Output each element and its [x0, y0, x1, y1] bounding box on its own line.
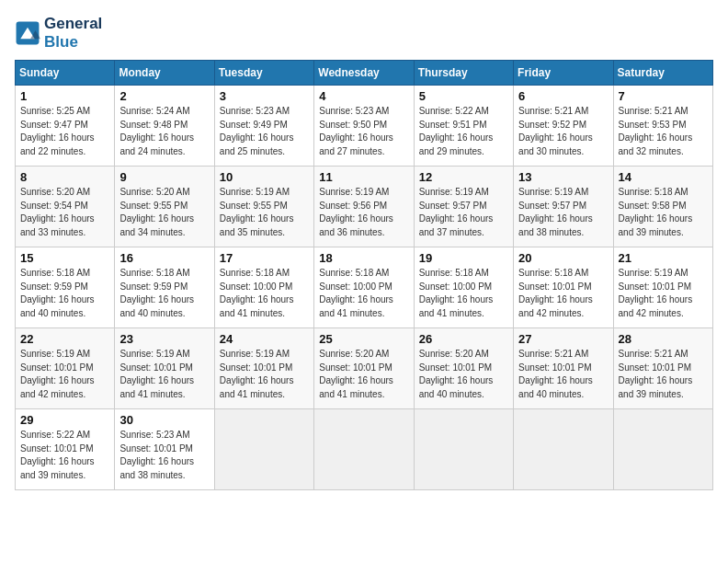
calendar-cell: 20Sunrise: 5:18 AMSunset: 10:01 PMDaylig…: [514, 247, 613, 328]
calendar-row: 22Sunrise: 5:19 AMSunset: 10:01 PMDaylig…: [16, 328, 713, 409]
calendar-cell: [514, 409, 613, 490]
day-detail: Sunrise: 5:20 AMSunset: 10:01 PMDaylight…: [319, 348, 408, 401]
day-detail: Sunrise: 5:22 AMSunset: 9:51 PMDaylight:…: [419, 105, 508, 158]
day-number: 14: [619, 170, 708, 184]
calendar-cell: 10Sunrise: 5:19 AMSunset: 9:55 PMDayligh…: [214, 167, 313, 247]
weekday-header-cell: Monday: [115, 61, 214, 86]
weekday-header-cell: Sunday: [16, 61, 115, 86]
day-number: 6: [518, 89, 608, 103]
calendar-cell: 12Sunrise: 5:19 AMSunset: 9:57 PMDayligh…: [414, 167, 513, 247]
day-detail: Sunrise: 5:19 AMSunset: 10:01 PMDaylight…: [20, 348, 109, 401]
day-number: 13: [518, 170, 608, 184]
day-detail: Sunrise: 5:25 AMSunset: 9:47 PMDaylight:…: [20, 105, 109, 158]
day-detail: Sunrise: 5:23 AMSunset: 10:01 PMDaylight…: [119, 429, 209, 482]
calendar-cell: 14Sunrise: 5:18 AMSunset: 9:58 PMDayligh…: [613, 167, 712, 247]
calendar-cell: [613, 409, 712, 490]
day-number: 19: [419, 251, 508, 265]
calendar-cell: 23Sunrise: 5:19 AMSunset: 10:01 PMDaylig…: [115, 328, 214, 409]
day-number: 4: [319, 89, 408, 103]
calendar-cell: 11Sunrise: 5:19 AMSunset: 9:56 PMDayligh…: [314, 167, 414, 247]
calendar-cell: 3Sunrise: 5:23 AMSunset: 9:49 PMDaylight…: [214, 86, 313, 167]
day-detail: Sunrise: 5:21 AMSunset: 10:01 PMDaylight…: [518, 348, 608, 401]
day-number: 7: [619, 89, 708, 103]
day-detail: Sunrise: 5:18 AMSunset: 10:00 PMDaylight…: [419, 267, 508, 320]
calendar-cell: 24Sunrise: 5:19 AMSunset: 10:01 PMDaylig…: [214, 328, 313, 409]
day-detail: Sunrise: 5:23 AMSunset: 9:50 PMDaylight:…: [319, 105, 408, 158]
logo: General Blue: [15, 15, 102, 51]
weekday-header-row: SundayMondayTuesdayWednesdayThursdayFrid…: [16, 61, 713, 86]
day-detail: Sunrise: 5:18 AMSunset: 9:59 PMDaylight:…: [20, 267, 109, 320]
calendar-cell: 13Sunrise: 5:19 AMSunset: 9:57 PMDayligh…: [514, 167, 613, 247]
calendar-cell: 8Sunrise: 5:20 AMSunset: 9:54 PMDaylight…: [16, 167, 115, 247]
calendar-cell: 4Sunrise: 5:23 AMSunset: 9:50 PMDaylight…: [314, 86, 414, 167]
day-number: 23: [119, 332, 209, 346]
day-number: 2: [119, 89, 209, 103]
calendar-cell: 19Sunrise: 5:18 AMSunset: 10:00 PMDaylig…: [414, 247, 513, 328]
weekday-header-cell: Wednesday: [314, 61, 414, 86]
calendar-cell: 28Sunrise: 5:21 AMSunset: 10:01 PMDaylig…: [613, 328, 712, 409]
calendar-row: 15Sunrise: 5:18 AMSunset: 9:59 PMDayligh…: [16, 247, 713, 328]
calendar-cell: 7Sunrise: 5:21 AMSunset: 9:53 PMDaylight…: [613, 86, 712, 167]
day-detail: Sunrise: 5:18 AMSunset: 10:00 PMDaylight…: [319, 267, 408, 320]
day-detail: Sunrise: 5:19 AMSunset: 9:57 PMDaylight:…: [518, 186, 608, 239]
calendar-row: 8Sunrise: 5:20 AMSunset: 9:54 PMDaylight…: [16, 167, 713, 247]
day-number: 8: [20, 170, 109, 184]
calendar-cell: 17Sunrise: 5:18 AMSunset: 10:00 PMDaylig…: [214, 247, 313, 328]
day-detail: Sunrise: 5:19 AMSunset: 10:01 PMDaylight…: [119, 348, 209, 401]
day-number: 15: [20, 251, 109, 265]
day-detail: Sunrise: 5:23 AMSunset: 9:49 PMDaylight:…: [220, 105, 309, 158]
day-number: 17: [220, 251, 309, 265]
calendar-row: 29Sunrise: 5:22 AMSunset: 10:01 PMDaylig…: [16, 409, 713, 490]
calendar-cell: 29Sunrise: 5:22 AMSunset: 10:01 PMDaylig…: [16, 409, 115, 490]
day-detail: Sunrise: 5:20 AMSunset: 9:55 PMDaylight:…: [119, 186, 209, 239]
calendar-cell: 9Sunrise: 5:20 AMSunset: 9:55 PMDaylight…: [115, 167, 214, 247]
calendar-table: SundayMondayTuesdayWednesdayThursdayFrid…: [15, 60, 713, 490]
day-detail: Sunrise: 5:22 AMSunset: 10:01 PMDaylight…: [20, 429, 109, 482]
day-number: 24: [220, 332, 309, 346]
day-number: 18: [319, 251, 408, 265]
weekday-header-cell: Tuesday: [214, 61, 313, 86]
day-detail: Sunrise: 5:19 AMSunset: 10:01 PMDaylight…: [220, 348, 309, 401]
day-number: 26: [419, 332, 508, 346]
calendar-row: 1Sunrise: 5:25 AMSunset: 9:47 PMDaylight…: [16, 86, 713, 167]
day-number: 9: [119, 170, 209, 184]
calendar-cell: 1Sunrise: 5:25 AMSunset: 9:47 PMDaylight…: [16, 86, 115, 167]
day-number: 21: [619, 251, 708, 265]
day-detail: Sunrise: 5:19 AMSunset: 9:55 PMDaylight:…: [220, 186, 309, 239]
day-detail: Sunrise: 5:24 AMSunset: 9:48 PMDaylight:…: [119, 105, 209, 158]
day-number: 5: [419, 89, 508, 103]
calendar-cell: 5Sunrise: 5:22 AMSunset: 9:51 PMDaylight…: [414, 86, 513, 167]
calendar-cell: [214, 409, 313, 490]
day-detail: Sunrise: 5:18 AMSunset: 10:00 PMDaylight…: [220, 267, 309, 320]
calendar-cell: 16Sunrise: 5:18 AMSunset: 9:59 PMDayligh…: [115, 247, 214, 328]
day-detail: Sunrise: 5:19 AMSunset: 9:57 PMDaylight:…: [419, 186, 508, 239]
day-number: 16: [119, 251, 209, 265]
calendar-body: 1Sunrise: 5:25 AMSunset: 9:47 PMDaylight…: [16, 86, 713, 490]
weekday-header-cell: Thursday: [414, 61, 513, 86]
logo-text: General Blue: [44, 15, 102, 51]
day-number: 28: [619, 332, 708, 346]
day-number: 1: [20, 89, 109, 103]
logo-icon: [15, 20, 40, 46]
calendar-cell: 26Sunrise: 5:20 AMSunset: 10:01 PMDaylig…: [414, 328, 513, 409]
day-number: 27: [518, 332, 608, 346]
calendar-cell: 21Sunrise: 5:19 AMSunset: 10:01 PMDaylig…: [613, 247, 712, 328]
day-number: 29: [20, 413, 109, 427]
day-detail: Sunrise: 5:20 AMSunset: 9:54 PMDaylight:…: [20, 186, 109, 239]
day-number: 25: [319, 332, 408, 346]
day-detail: Sunrise: 5:18 AMSunset: 9:58 PMDaylight:…: [619, 186, 708, 239]
day-detail: Sunrise: 5:21 AMSunset: 9:52 PMDaylight:…: [518, 105, 608, 158]
day-number: 10: [220, 170, 309, 184]
page-header: General Blue: [15, 15, 713, 51]
day-number: 30: [119, 413, 209, 427]
calendar-cell: 30Sunrise: 5:23 AMSunset: 10:01 PMDaylig…: [115, 409, 214, 490]
calendar-cell: 22Sunrise: 5:19 AMSunset: 10:01 PMDaylig…: [16, 328, 115, 409]
calendar-cell: [314, 409, 414, 490]
day-detail: Sunrise: 5:18 AMSunset: 9:59 PMDaylight:…: [119, 267, 209, 320]
calendar-cell: 6Sunrise: 5:21 AMSunset: 9:52 PMDaylight…: [514, 86, 613, 167]
calendar-cell: 2Sunrise: 5:24 AMSunset: 9:48 PMDaylight…: [115, 86, 214, 167]
weekday-header-cell: Friday: [514, 61, 613, 86]
day-number: 20: [518, 251, 608, 265]
calendar-cell: [414, 409, 513, 490]
calendar-cell: 15Sunrise: 5:18 AMSunset: 9:59 PMDayligh…: [16, 247, 115, 328]
